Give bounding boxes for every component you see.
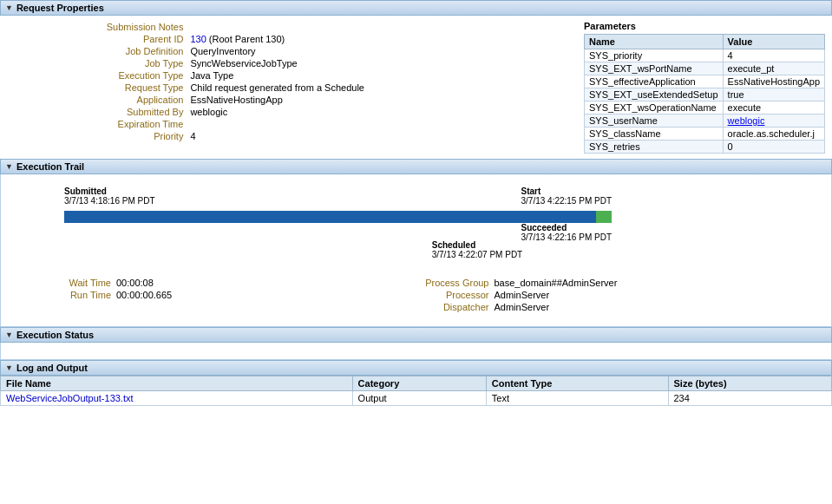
params-row: SYS_priority4 [585, 49, 825, 62]
prop-row-expiration-time: Expiration Time [7, 118, 575, 130]
log-col-content-type: Content Type [486, 376, 668, 391]
log-body: WebServiceJobOutput-133.txtOutputText234 [1, 391, 832, 406]
parent-id-link[interactable]: 130 [190, 34, 206, 44]
params-col-value: Value [723, 35, 824, 49]
log-output-section: ▼ Log and Output File Name Category Cont… [0, 360, 832, 406]
succeeded-block: Succeeded 3/7/13 4:22:16 PM PDT [521, 223, 612, 242]
log-table: File Name Category Content Type Size (by… [0, 376, 832, 406]
scheduled-timestamp: 3/7/13 4:22:07 PM PDT [432, 250, 523, 259]
param-value: oracle.as.scheduler.j [723, 128, 824, 141]
prop-row-job-definition: Job Definition QueryInventory [7, 45, 575, 57]
exec-info-row: Wait Time 00:00:08 Run Time 00:00:00.665… [21, 278, 811, 314]
log-filename: WebServiceJobOutput-133.txt [1, 391, 353, 406]
toggle-icon-log: ▼ [5, 363, 13, 372]
processor-value: AdminServer [495, 290, 550, 300]
log-col-filename: File Name [1, 376, 353, 391]
param-name: SYS_EXT_useExtendedSetup [585, 88, 724, 101]
log-output-title: Log and Output [16, 363, 88, 373]
log-filename-link[interactable]: WebServiceJobOutput-133.txt [6, 393, 134, 403]
log-col-category: Category [352, 376, 486, 391]
priority-label: Priority [7, 130, 187, 142]
params-row: SYS_classNameoracle.as.scheduler.j [585, 128, 825, 141]
params-col-name: Name [585, 35, 724, 49]
submitted-timestamp: 3/7/13 4:18:16 PM PDT [64, 196, 155, 206]
params-row: SYS_EXT_wsOperationNameexecute [585, 101, 825, 115]
request-type-label: Request Type [7, 82, 187, 94]
toggle-icon-status: ▼ [5, 331, 13, 339]
submitted-by-label: Submitted By [7, 106, 187, 118]
job-type-label: Job Type [7, 57, 187, 69]
execution-trail-header[interactable]: ▼ Execution Trail [0, 159, 832, 174]
prop-row-application: Application EssNativeHostingApp [7, 94, 575, 106]
start-timestamp: 3/7/13 4:22:15 PM PDT [521, 196, 612, 206]
param-value: true [723, 88, 824, 101]
application-value: EssNativeHostingApp [187, 94, 575, 106]
job-definition-value: QueryInventory [187, 45, 575, 57]
parameters-title: Parameters [584, 21, 825, 31]
execution-status-section: ▼ Execution Status [0, 327, 832, 360]
prop-row-priority: Priority 4 [7, 130, 575, 142]
process-group-value: base_domain##AdminServer [495, 278, 618, 288]
log-output-body: File Name Category Content Type Size (by… [0, 376, 832, 406]
log-row: WebServiceJobOutput-133.txtOutputText234 [1, 391, 832, 406]
wait-time-value: 00:00:08 [116, 278, 154, 288]
log-output-header[interactable]: ▼ Log and Output [0, 360, 832, 376]
request-properties-section: ▼ Request Properties Submission Notes Pa… [0, 0, 832, 159]
param-value: 0 [723, 141, 824, 154]
param-value-link[interactable]: weblogic [728, 115, 765, 126]
log-category: Output [352, 391, 486, 406]
execution-trail-title: Execution Trail [16, 161, 84, 172]
prop-row-parent-id: Parent ID 130 (Root Parent 130) [7, 33, 575, 45]
timeline-container: Submitted 3/7/13 4:18:16 PM PDT Start 3/… [21, 187, 811, 265]
params-header-row: Name Value [585, 35, 825, 49]
log-size: 234 [668, 391, 832, 406]
params-row: SYS_effectiveApplicationEssNativeHosting… [585, 75, 825, 88]
param-name: SYS_EXT_wsOperationName [585, 101, 724, 115]
wait-time-label: Wait Time [21, 278, 116, 288]
execution-status-body [0, 343, 832, 360]
execution-trail-content: Submitted 3/7/13 4:18:16 PM PDT Start 3/… [8, 180, 824, 321]
request-properties-header[interactable]: ▼ Request Properties [0, 0, 832, 16]
prop-row-execution-type: Execution Type Java Type [7, 69, 575, 82]
process-group-row: Process Group base_domain##AdminServer [416, 278, 812, 288]
params-row: SYS_EXT_useExtendedSetuptrue [585, 88, 825, 101]
log-header-row: File Name Category Content Type Size (by… [1, 376, 832, 391]
param-value: EssNativeHostingApp [723, 75, 824, 88]
log-content-type: Text [486, 391, 668, 406]
progress-bar-bg [64, 211, 612, 223]
properties-table: Submission Notes Parent ID 130 (Root Par… [7, 21, 575, 142]
expiration-time-label: Expiration Time [7, 118, 187, 130]
processor-label: Processor [416, 290, 495, 300]
succeeded-timestamp: 3/7/13 4:22:16 PM PDT [521, 232, 612, 242]
prop-row-submitted-by: Submitted By weblogic [7, 106, 575, 118]
parent-id-value: 130 (Root Parent 130) [187, 33, 575, 45]
param-value: execute_pt [723, 62, 824, 75]
params-row: SYS_retries0 [585, 141, 825, 154]
start-block: Start 3/7/13 4:22:15 PM PDT [521, 187, 612, 206]
execution-type-value: Java Type [187, 69, 575, 82]
dispatcher-row: Dispatcher AdminServer [416, 302, 812, 312]
submission-notes-value [187, 21, 575, 33]
execution-status-header[interactable]: ▼ Execution Status [0, 327, 832, 343]
job-type-value: SyncWebserviceJobType [187, 57, 575, 69]
param-name: SYS_priority [585, 49, 724, 62]
application-label: Application [7, 94, 187, 106]
exec-info-left: Wait Time 00:00:08 Run Time 00:00:00.665 [21, 278, 416, 314]
toggle-icon-trail: ▼ [5, 162, 13, 171]
params-body: SYS_priority4SYS_EXT_wsPortNameexecute_p… [585, 49, 825, 154]
submitted-label: Submitted [64, 187, 155, 196]
param-name: SYS_retries [585, 141, 724, 154]
param-value: 4 [723, 49, 824, 62]
param-value: execute [723, 101, 824, 115]
execution-type-label: Execution Type [7, 69, 187, 82]
parent-id-extra: (Root Parent 130) [209, 34, 285, 44]
exec-info-right: Process Group base_domain##AdminServer P… [416, 278, 812, 314]
prop-row-request-type: Request Type Child request generated fro… [7, 82, 575, 94]
param-value: weblogic [723, 115, 824, 128]
job-definition-label: Job Definition [7, 45, 187, 57]
prop-row-job-type: Job Type SyncWebserviceJobType [7, 57, 575, 69]
expiration-time-value [187, 118, 575, 130]
request-properties-title: Request Properties [16, 3, 104, 13]
submitted-by-value: weblogic [187, 106, 575, 118]
param-name: SYS_className [585, 128, 724, 141]
